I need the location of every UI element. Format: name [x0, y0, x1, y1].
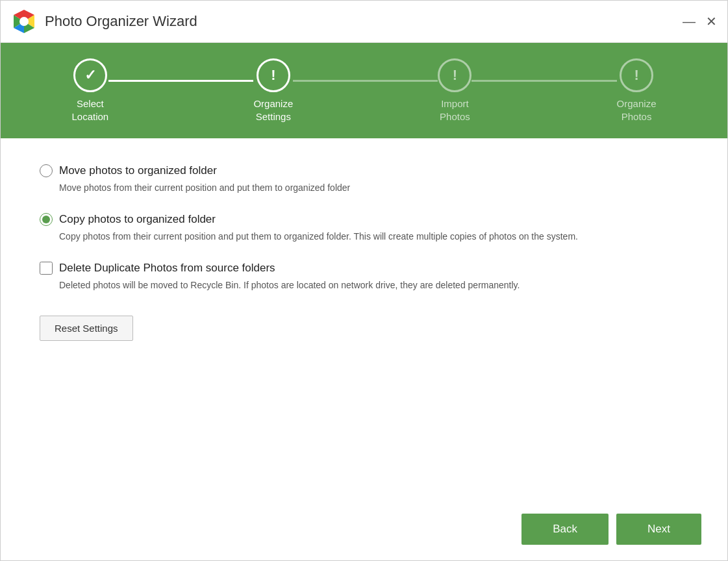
footer: Back Next	[1, 503, 727, 560]
title-bar: Photo Organizer Wizard — ✕	[1, 1, 727, 43]
option-copy-photos-description: Copy photos from their current position …	[59, 230, 688, 243]
reset-settings-button[interactable]: Reset Settings	[40, 316, 133, 341]
option-move-photos-description: Move photos from their current position …	[59, 181, 688, 195]
close-button[interactable]: ✕	[706, 15, 717, 28]
connector-3	[471, 80, 616, 82]
connector-2	[293, 80, 438, 82]
step-label-organize-settings: OrganizeSettings	[253, 97, 293, 123]
option-move-photos-label[interactable]: Move photos to organized folder	[40, 164, 688, 177]
back-button[interactable]: Back	[521, 514, 609, 545]
next-button[interactable]: Next	[616, 514, 701, 545]
wizard-header: ✓ SelectLocation ! OrganizeSettings ! Im…	[1, 43, 727, 138]
option-copy-photos-group: Copy photos to organized folder Copy pho…	[40, 213, 688, 243]
connector-1	[108, 80, 253, 82]
step-organize-photos: ! OrganizePhotos	[617, 58, 657, 123]
step-circle-import-photos: !	[438, 58, 471, 92]
step-circle-organize-photos: !	[620, 58, 653, 92]
radio-move-photos[interactable]	[40, 164, 53, 177]
option-copy-photos-label[interactable]: Copy photos to organized folder	[40, 213, 688, 226]
minimize-button[interactable]: —	[683, 15, 696, 28]
option-move-photos-text: Move photos to organized folder	[59, 164, 217, 177]
checkbox-delete-duplicates[interactable]	[40, 262, 53, 275]
option-delete-duplicates-description: Deleted photos will be moved to Recycle …	[59, 279, 688, 292]
radio-copy-photos[interactable]	[40, 213, 53, 226]
reset-btn-area: Reset Settings	[40, 316, 688, 341]
step-organize-settings: ! OrganizeSettings	[253, 58, 293, 123]
window-controls: — ✕	[683, 15, 717, 28]
option-delete-duplicates-label[interactable]: Delete Duplicate Photos from source fold…	[40, 262, 688, 275]
app-logo	[11, 8, 37, 34]
option-delete-duplicates-group: Delete Duplicate Photos from source fold…	[40, 262, 688, 292]
step-import-photos: ! ImportPhotos	[438, 58, 471, 123]
wizard-steps: ✓ SelectLocation ! OrganizeSettings ! Im…	[72, 58, 657, 123]
svg-point-1	[19, 17, 29, 26]
step-label-organize-photos: OrganizePhotos	[617, 97, 657, 123]
option-delete-duplicates-text: Delete Duplicate Photos from source fold…	[59, 262, 275, 275]
step-circle-select-location: ✓	[73, 58, 107, 92]
step-label-select-location: SelectLocation	[72, 97, 109, 123]
main-content: Move photos to organized folder Move pho…	[1, 138, 727, 503]
option-copy-photos-text: Copy photos to organized folder	[59, 213, 216, 226]
step-circle-organize-settings: !	[257, 58, 290, 92]
app-title: Photo Organizer Wizard	[45, 13, 683, 30]
step-select-location: ✓ SelectLocation	[72, 58, 109, 123]
option-move-photos-group: Move photos to organized folder Move pho…	[40, 164, 688, 195]
step-label-import-photos: ImportPhotos	[440, 97, 470, 123]
